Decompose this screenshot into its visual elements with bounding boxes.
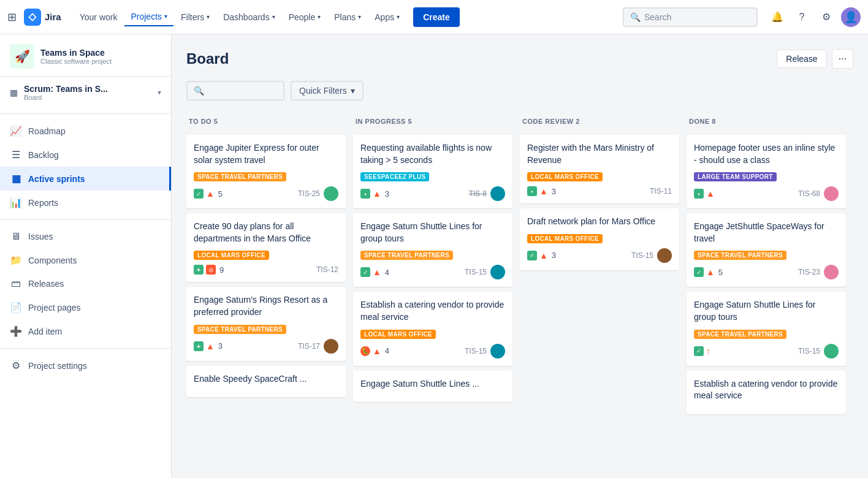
reports-icon: 📊 bbox=[10, 197, 22, 208]
card-avatar bbox=[824, 265, 839, 279]
add-icon: + bbox=[194, 265, 204, 275]
board-selector[interactable]: ▦ Scrum: Teams in S... Board ▾ bbox=[0, 77, 171, 108]
card-icons: ✓ ▲ bbox=[360, 267, 381, 277]
sidebar-item-releases[interactable]: 🗃 Releases bbox=[0, 272, 171, 295]
search-bar[interactable]: 🔍 Search bbox=[623, 7, 758, 27]
card-tag: SPACE TRAVEL PARTNERS bbox=[194, 325, 286, 334]
card-icons: ✓ ↑ bbox=[694, 346, 710, 356]
chevron-down-icon: ▾ bbox=[207, 13, 210, 20]
priority-up-icon: ↑ bbox=[706, 346, 710, 356]
card-footer: ✓ ▲ 5 TIS-25 bbox=[194, 186, 338, 201]
card-title: Engage Saturn's Rings Resort as a prefer… bbox=[194, 294, 338, 318]
nav-people[interactable]: People ▾ bbox=[283, 9, 327, 26]
settings-button[interactable]: ⚙ bbox=[817, 7, 836, 27]
sidebar-item-active-sprints[interactable]: ▦ Active sprints bbox=[0, 167, 171, 191]
sidebar-item-project-settings[interactable]: ⚙ Project settings bbox=[0, 354, 171, 377]
card-footer: ▪ ▲ 3 TIS-11 bbox=[527, 186, 672, 196]
card-ip-catering[interactable]: Establish a catering vendor to provide m… bbox=[353, 292, 512, 365]
user-avatar[interactable]: 👤 bbox=[841, 7, 861, 27]
card-footer: + ⊘ 9 TIS-12 bbox=[194, 265, 338, 275]
main-navigation: Your work Projects ▾ Filters ▾ Dashboard… bbox=[74, 8, 406, 26]
nav-apps[interactable]: Apps ▾ bbox=[368, 9, 406, 26]
card-title: Register with the Mars Ministry of Reven… bbox=[527, 142, 672, 166]
help-button[interactable]: ? bbox=[792, 7, 812, 27]
priority-icon: ▲ bbox=[206, 189, 215, 199]
sidebar-item-backlog[interactable]: ☰ Backlog bbox=[0, 143, 171, 167]
more-options-button[interactable]: ··· bbox=[832, 49, 853, 69]
card-done-4[interactable]: Establish a catering vendor to provide m… bbox=[687, 371, 846, 414]
jira-logo-icon bbox=[24, 9, 41, 26]
chevron-down-icon: ▾ bbox=[358, 13, 361, 20]
sidebar-item-project-pages[interactable]: 📄 Project pages bbox=[0, 295, 171, 319]
board-title: Board bbox=[186, 50, 229, 67]
grid-icon[interactable]: ⊞ bbox=[7, 10, 17, 24]
nav-projects[interactable]: Projects ▾ bbox=[124, 8, 173, 26]
card-tis68[interactable]: Homepage footer uses an inline style - s… bbox=[687, 135, 846, 208]
priority-icon: ▲ bbox=[539, 251, 548, 260]
quick-filters-button[interactable]: Quick Filters ▾ bbox=[291, 81, 364, 101]
card-footer: ✓ ↑ TIS-15 bbox=[694, 344, 839, 358]
sidebar-item-add[interactable]: ➕ Add item bbox=[0, 319, 171, 343]
create-button[interactable]: Create bbox=[413, 7, 460, 27]
board-search[interactable]: 🔍 bbox=[186, 81, 284, 101]
card-ip-4[interactable]: Engage Saturn Shuttle Lines ... bbox=[353, 371, 512, 403]
notifications-button[interactable]: 🔔 bbox=[767, 7, 787, 27]
column-done: DONE 8 Homepage footer uses an inline st… bbox=[687, 113, 846, 414]
card-ip-tis15[interactable]: Engage Saturn Shuttle Lines for group to… bbox=[353, 213, 512, 287]
card-title: Homepage footer uses an inline style - s… bbox=[694, 142, 839, 166]
priority-icon: ▲ bbox=[373, 267, 381, 277]
card-icons: + ▲ bbox=[194, 341, 215, 351]
nav-dashboards[interactable]: Dashboards ▾ bbox=[217, 9, 281, 26]
card-id: TIS-15 bbox=[798, 347, 820, 355]
board-actions: Release ··· bbox=[777, 49, 853, 69]
priority-icon: ▲ bbox=[373, 189, 381, 199]
sidebar-item-label: Project settings bbox=[28, 361, 87, 371]
pages-icon: 📄 bbox=[10, 302, 22, 313]
sidebar-item-reports[interactable]: 📊 Reports bbox=[0, 191, 171, 214]
card-title: Engage JetShuttle SpaceWays for travel bbox=[694, 221, 839, 245]
card-tis12[interactable]: Create 90 day plans for all departments … bbox=[186, 213, 346, 282]
nav-plans[interactable]: Plans ▾ bbox=[328, 9, 367, 26]
project-type: Classic software project bbox=[40, 58, 112, 65]
release-button[interactable]: Release bbox=[777, 50, 826, 68]
story-points: 5 bbox=[218, 189, 223, 199]
card-footer: ▪ ▲ 3 TIS-8 bbox=[360, 186, 505, 201]
sprints-icon: ▦ bbox=[10, 173, 22, 184]
top-navigation: ⊞ Jira Your work Projects ▾ Filters ▾ Da… bbox=[0, 0, 868, 34]
card-tis11[interactable]: Register with the Mars Ministry of Reven… bbox=[520, 135, 679, 203]
check-icon: ✓ bbox=[694, 267, 704, 277]
card-tag: SPACE TRAVEL PARTNERS bbox=[694, 251, 786, 260]
column-inprogress: IN PROGRESS 5 Requesting available fligh… bbox=[353, 113, 512, 414]
issues-icon: 🖥 bbox=[10, 231, 22, 242]
chevron-down-icon: ▾ bbox=[164, 13, 167, 20]
card-tis17[interactable]: Engage Saturn's Rings Resort as a prefer… bbox=[186, 287, 346, 360]
chevron-down-icon: ▾ bbox=[158, 88, 161, 97]
board-main: Board Release ··· 🔍 Quick Filters ▾ TO D… bbox=[172, 34, 868, 478]
jira-logo[interactable]: Jira bbox=[24, 9, 61, 26]
bug-icon: 🐛 bbox=[360, 346, 370, 356]
card-todo-4[interactable]: Enable Speedy SpaceCraft ... bbox=[186, 366, 346, 398]
card-title: Enable Speedy SpaceCraft ... bbox=[194, 373, 338, 385]
sidebar-item-label: Issues bbox=[28, 232, 53, 241]
card-cr-tis15[interactable]: Draft network plan for Mars Office LOCAL… bbox=[520, 208, 679, 270]
card-tis8[interactable]: Requesting available flights is now taki… bbox=[353, 135, 512, 208]
card-avatar bbox=[824, 186, 839, 201]
card-tag: LOCAL MARS OFFICE bbox=[360, 330, 436, 339]
nav-your-work[interactable]: Your work bbox=[74, 9, 124, 26]
nav-filters[interactable]: Filters ▾ bbox=[175, 9, 216, 26]
story-icon: ▪ bbox=[694, 189, 704, 199]
sidebar-item-label: Releases bbox=[28, 279, 64, 289]
sidebar-item-issues[interactable]: 🖥 Issues bbox=[0, 225, 171, 248]
sidebar-item-roadmap[interactable]: 📈 Roadmap bbox=[0, 119, 171, 143]
card-tis25[interactable]: Engage Jupiter Express for outer solar s… bbox=[186, 135, 346, 208]
block-icon: ⊘ bbox=[206, 265, 216, 275]
card-tis23[interactable]: Engage JetShuttle SpaceWays for travel S… bbox=[687, 213, 846, 287]
card-title: Engage Saturn Shuttle Lines ... bbox=[360, 378, 505, 390]
add-icon: ➕ bbox=[10, 325, 22, 337]
backlog-icon: ☰ bbox=[10, 149, 22, 161]
sidebar-divider-2 bbox=[0, 219, 171, 220]
column-codereview: CODE REVIEW 2 Register with the Mars Min… bbox=[520, 113, 679, 414]
sidebar-item-components[interactable]: 📁 Components bbox=[0, 248, 171, 272]
search-icon: 🔍 bbox=[194, 86, 204, 96]
card-done-tis15[interactable]: Engage Saturn Shuttle Lines for group to… bbox=[687, 292, 846, 365]
